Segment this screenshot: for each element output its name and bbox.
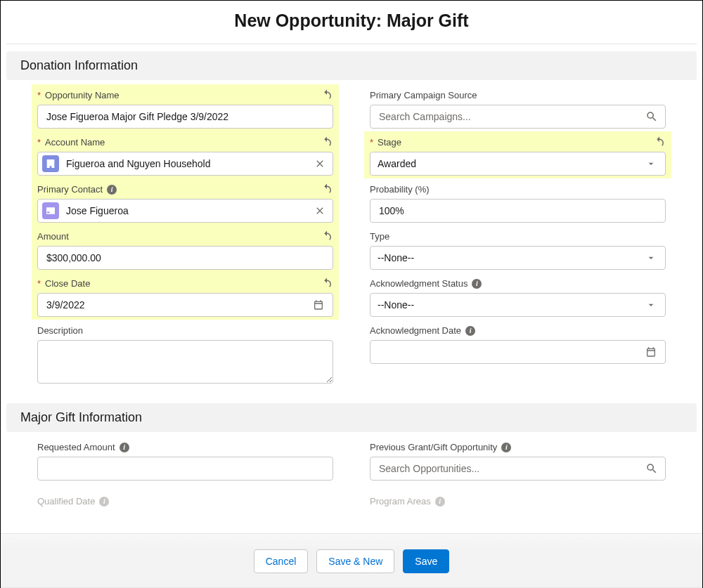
label-text: Stage (378, 137, 401, 148)
close-date-label: * Close Date (37, 278, 333, 289)
field-requested-amount: Requested Amount i (32, 436, 339, 483)
field-account-name: * Account Name Figueroa and Nguyen House… (32, 131, 339, 178)
probability-label: Probability (%) (370, 184, 666, 195)
undo-icon[interactable] (653, 136, 666, 148)
info-icon[interactable]: i (465, 326, 475, 336)
label-text: Primary Contact (37, 184, 103, 195)
calendar-icon[interactable] (645, 346, 657, 358)
previous-grant-input[interactable] (378, 462, 641, 475)
field-close-date: * Close Date (32, 273, 339, 320)
primary-campaign-lookup[interactable] (370, 105, 666, 129)
label-text: Requested Amount (37, 442, 115, 452)
clear-icon[interactable] (311, 158, 328, 169)
primary-campaign-input[interactable] (378, 110, 641, 123)
clear-icon[interactable] (311, 205, 328, 216)
faded-row: Qualified Date i Program Areas i (1, 490, 702, 512)
opportunity-name-label: * Opportunity Name (37, 90, 333, 100)
section-donation-body: * Opportunity Name * Account Name Figuer… (1, 80, 702, 396)
cancel-button[interactable]: Cancel (254, 549, 309, 573)
primary-contact-label: Primary Contact i (37, 184, 333, 195)
label-text: Acknowledgment Status (370, 278, 467, 289)
ack-date-input-wrap (370, 340, 666, 364)
field-ack-date: Acknowledgment Date i (364, 320, 671, 367)
field-amount: Amount (32, 226, 339, 273)
donation-right-column: Primary Campaign Source * Stage Awarded … (364, 84, 671, 389)
label-text: Primary Campaign Source (370, 90, 477, 100)
info-icon[interactable]: i (107, 185, 117, 195)
label-text: Probability (%) (370, 184, 430, 195)
chevron-down-icon (645, 158, 657, 169)
amount-label: Amount (37, 231, 333, 242)
label-text: Acknowledgment Date (370, 325, 461, 336)
required-star: * (37, 90, 41, 100)
ack-status-value: --None-- (378, 299, 414, 311)
label-text: Program Areas (370, 496, 431, 507)
primary-campaign-label: Primary Campaign Source (370, 90, 666, 100)
opportunity-name-input[interactable] (45, 110, 325, 123)
search-icon[interactable] (645, 110, 658, 123)
calendar-icon[interactable] (313, 299, 324, 311)
info-icon[interactable]: i (501, 443, 511, 452)
ack-status-label: Acknowledgment Status i (370, 278, 666, 289)
info-icon[interactable]: i (472, 279, 482, 289)
label-text: Description (37, 325, 83, 336)
ack-date-label: Acknowledgment Date i (370, 325, 666, 336)
label-text: Type (370, 231, 389, 242)
amount-input[interactable] (45, 251, 325, 264)
page-title: New Opportunity: Major Gift (1, 1, 702, 44)
stage-value: Awarded (378, 158, 416, 169)
account-name-label: * Account Name (37, 137, 333, 148)
chevron-down-icon (645, 252, 657, 263)
field-program-areas-faded: Program Areas i (364, 490, 671, 512)
primary-contact-chip[interactable]: Jose Figueroa (37, 199, 333, 223)
requested-amount-input[interactable] (45, 462, 325, 475)
type-label: Type (370, 231, 666, 242)
section-donation-header: Donation Information (6, 51, 697, 80)
account-name-value: Figueroa and Nguyen Household (66, 158, 304, 169)
field-probability: Probability (%) (364, 178, 671, 226)
description-textarea[interactable] (37, 340, 333, 384)
field-previous-grant: Previous Grant/Gift Opportunity i (364, 436, 671, 483)
type-value: --None-- (378, 252, 414, 263)
ack-status-select[interactable]: --None-- (370, 293, 666, 317)
close-date-input[interactable] (45, 299, 325, 311)
undo-icon[interactable] (321, 230, 333, 242)
previous-grant-label: Previous Grant/Gift Opportunity i (370, 442, 666, 452)
info-icon: i (99, 497, 109, 507)
stage-label: * Stage (370, 137, 666, 148)
contact-icon (42, 202, 59, 219)
field-qualified-date-faded: Qualified Date i (32, 490, 339, 512)
requested-amount-input-wrap (37, 457, 333, 481)
ack-date-input[interactable] (378, 346, 658, 358)
label-text: Qualified Date (37, 496, 95, 507)
undo-icon[interactable] (321, 277, 333, 289)
account-icon (42, 155, 59, 172)
probability-input-wrap (370, 199, 666, 223)
probability-input[interactable] (378, 204, 658, 217)
label-text: Previous Grant/Gift Opportunity (370, 442, 497, 452)
required-star: * (370, 137, 373, 148)
info-icon[interactable]: i (120, 443, 129, 452)
requested-amount-label: Requested Amount i (37, 442, 333, 452)
save-button[interactable]: Save (403, 549, 449, 573)
required-star: * (37, 278, 41, 289)
field-description: Description (32, 320, 339, 389)
amount-input-wrap (37, 246, 333, 270)
undo-icon[interactable] (321, 183, 333, 195)
type-select[interactable]: --None-- (370, 246, 666, 270)
footer-bar: Cancel Save & New Save (1, 533, 702, 588)
account-name-chip[interactable]: Figueroa and Nguyen Household (37, 152, 333, 176)
field-type: Type --None-- (364, 226, 671, 273)
primary-contact-value: Jose Figueroa (66, 205, 304, 216)
required-star: * (37, 137, 41, 148)
label-text: Amount (37, 231, 69, 242)
stage-select[interactable]: Awarded (370, 152, 666, 176)
chevron-down-icon (645, 299, 657, 311)
close-date-input-wrap (37, 293, 333, 317)
search-icon[interactable] (645, 462, 658, 475)
undo-icon[interactable] (321, 136, 333, 148)
field-primary-contact: Primary Contact i Jose Figueroa (32, 178, 339, 226)
save-and-new-button[interactable]: Save & New (316, 549, 394, 573)
previous-grant-lookup[interactable] (370, 457, 666, 481)
undo-icon[interactable] (321, 89, 333, 101)
